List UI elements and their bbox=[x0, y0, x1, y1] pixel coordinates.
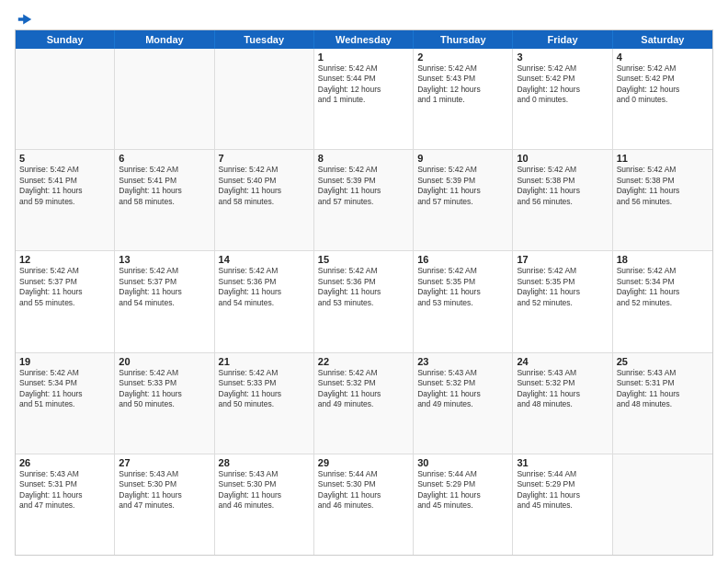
day-info: Sunrise: 5:42 AM Sunset: 5:34 PM Dayligh… bbox=[19, 368, 110, 410]
day-info: Sunrise: 5:43 AM Sunset: 5:30 PM Dayligh… bbox=[219, 469, 310, 511]
day-header-tuesday: Tuesday bbox=[215, 30, 314, 49]
day-cell-25: 25Sunrise: 5:43 AM Sunset: 5:31 PM Dayli… bbox=[613, 353, 712, 454]
day-number: 19 bbox=[19, 356, 110, 367]
logo bbox=[15, 11, 33, 24]
day-cell-11: 11Sunrise: 5:42 AM Sunset: 5:38 PM Dayli… bbox=[613, 150, 712, 250]
day-info: Sunrise: 5:42 AM Sunset: 5:41 PM Dayligh… bbox=[19, 165, 110, 207]
calendar-row-4: 19Sunrise: 5:42 AM Sunset: 5:34 PM Dayli… bbox=[16, 353, 712, 454]
day-cell-14: 14Sunrise: 5:42 AM Sunset: 5:36 PM Dayli… bbox=[215, 251, 314, 351]
day-header-sunday: Sunday bbox=[16, 30, 115, 49]
day-number: 30 bbox=[417, 457, 508, 468]
day-number: 2 bbox=[417, 52, 508, 63]
day-cell-23: 23Sunrise: 5:43 AM Sunset: 5:32 PM Dayli… bbox=[414, 353, 513, 454]
day-number: 21 bbox=[219, 356, 310, 367]
day-cell-31: 31Sunrise: 5:44 AM Sunset: 5:29 PM Dayli… bbox=[513, 454, 612, 555]
day-info: Sunrise: 5:42 AM Sunset: 5:34 PM Dayligh… bbox=[617, 266, 709, 308]
day-cell-10: 10Sunrise: 5:42 AM Sunset: 5:38 PM Dayli… bbox=[513, 150, 612, 250]
day-number: 4 bbox=[617, 52, 709, 63]
day-cell-21: 21Sunrise: 5:42 AM Sunset: 5:33 PM Dayli… bbox=[215, 353, 314, 454]
day-number: 16 bbox=[417, 254, 508, 265]
day-number: 15 bbox=[318, 254, 409, 265]
day-info: Sunrise: 5:42 AM Sunset: 5:35 PM Dayligh… bbox=[417, 266, 508, 308]
day-info: Sunrise: 5:42 AM Sunset: 5:33 PM Dayligh… bbox=[219, 368, 310, 410]
empty-cell bbox=[115, 49, 214, 149]
day-info: Sunrise: 5:42 AM Sunset: 5:40 PM Dayligh… bbox=[219, 165, 310, 207]
day-number: 31 bbox=[517, 457, 608, 468]
day-cell-13: 13Sunrise: 5:42 AM Sunset: 5:37 PM Dayli… bbox=[115, 251, 214, 351]
day-number: 22 bbox=[318, 356, 409, 367]
day-cell-7: 7Sunrise: 5:42 AM Sunset: 5:40 PM Daylig… bbox=[215, 150, 314, 250]
day-info: Sunrise: 5:42 AM Sunset: 5:44 PM Dayligh… bbox=[318, 63, 409, 106]
day-cell-26: 26Sunrise: 5:43 AM Sunset: 5:31 PM Dayli… bbox=[16, 454, 115, 555]
day-info: Sunrise: 5:44 AM Sunset: 5:29 PM Dayligh… bbox=[517, 469, 608, 511]
day-cell-8: 8Sunrise: 5:42 AM Sunset: 5:39 PM Daylig… bbox=[314, 150, 414, 250]
day-info: Sunrise: 5:42 AM Sunset: 5:32 PM Dayligh… bbox=[318, 368, 409, 410]
day-cell-9: 9Sunrise: 5:42 AM Sunset: 5:39 PM Daylig… bbox=[414, 150, 513, 250]
day-cell-1: 1Sunrise: 5:42 AM Sunset: 5:44 PM Daylig… bbox=[314, 49, 414, 149]
day-info: Sunrise: 5:43 AM Sunset: 5:31 PM Dayligh… bbox=[617, 368, 709, 410]
day-header-saturday: Saturday bbox=[613, 30, 712, 49]
day-header-thursday: Thursday bbox=[414, 30, 513, 49]
day-cell-17: 17Sunrise: 5:42 AM Sunset: 5:35 PM Dayli… bbox=[513, 251, 612, 351]
day-info: Sunrise: 5:44 AM Sunset: 5:30 PM Dayligh… bbox=[318, 469, 409, 511]
day-cell-20: 20Sunrise: 5:42 AM Sunset: 5:33 PM Dayli… bbox=[115, 353, 214, 454]
day-cell-18: 18Sunrise: 5:42 AM Sunset: 5:34 PM Dayli… bbox=[613, 251, 712, 351]
day-info: Sunrise: 5:42 AM Sunset: 5:43 PM Dayligh… bbox=[417, 63, 508, 106]
day-header-wednesday: Wednesday bbox=[314, 30, 414, 49]
day-info: Sunrise: 5:43 AM Sunset: 5:32 PM Dayligh… bbox=[517, 368, 608, 410]
day-number: 29 bbox=[318, 457, 409, 468]
day-info: Sunrise: 5:42 AM Sunset: 5:38 PM Dayligh… bbox=[517, 165, 608, 207]
day-cell-27: 27Sunrise: 5:43 AM Sunset: 5:30 PM Dayli… bbox=[115, 454, 214, 555]
day-number: 26 bbox=[19, 457, 110, 468]
day-cell-22: 22Sunrise: 5:42 AM Sunset: 5:32 PM Dayli… bbox=[314, 353, 414, 454]
day-number: 20 bbox=[119, 356, 210, 367]
day-cell-30: 30Sunrise: 5:44 AM Sunset: 5:29 PM Dayli… bbox=[414, 454, 513, 555]
day-number: 10 bbox=[517, 153, 608, 164]
day-info: Sunrise: 5:43 AM Sunset: 5:30 PM Dayligh… bbox=[119, 469, 210, 511]
day-info: Sunrise: 5:42 AM Sunset: 5:37 PM Dayligh… bbox=[19, 266, 110, 308]
day-cell-29: 29Sunrise: 5:44 AM Sunset: 5:30 PM Dayli… bbox=[314, 454, 414, 555]
svg-marker-0 bbox=[18, 15, 31, 25]
day-number: 9 bbox=[417, 153, 508, 164]
day-cell-12: 12Sunrise: 5:42 AM Sunset: 5:37 PM Dayli… bbox=[16, 251, 115, 351]
day-number: 14 bbox=[219, 254, 310, 265]
day-header-friday: Friday bbox=[513, 30, 612, 49]
header bbox=[15, 11, 713, 24]
day-cell-3: 3Sunrise: 5:42 AM Sunset: 5:42 PM Daylig… bbox=[513, 49, 612, 149]
day-number: 13 bbox=[119, 254, 210, 265]
day-info: Sunrise: 5:42 AM Sunset: 5:35 PM Dayligh… bbox=[517, 266, 608, 308]
day-number: 28 bbox=[219, 457, 310, 468]
calendar-body: 1Sunrise: 5:42 AM Sunset: 5:44 PM Daylig… bbox=[16, 49, 712, 555]
day-info: Sunrise: 5:44 AM Sunset: 5:29 PM Dayligh… bbox=[417, 469, 508, 511]
day-number: 5 bbox=[19, 153, 110, 164]
day-info: Sunrise: 5:42 AM Sunset: 5:33 PM Dayligh… bbox=[119, 368, 210, 410]
day-cell-5: 5Sunrise: 5:42 AM Sunset: 5:41 PM Daylig… bbox=[16, 150, 115, 250]
day-info: Sunrise: 5:42 AM Sunset: 5:39 PM Dayligh… bbox=[318, 165, 409, 207]
day-info: Sunrise: 5:42 AM Sunset: 5:38 PM Dayligh… bbox=[617, 165, 709, 207]
empty-cell bbox=[613, 454, 712, 555]
day-cell-19: 19Sunrise: 5:42 AM Sunset: 5:34 PM Dayli… bbox=[16, 353, 115, 454]
day-info: Sunrise: 5:42 AM Sunset: 5:41 PM Dayligh… bbox=[119, 165, 210, 207]
day-number: 18 bbox=[617, 254, 709, 265]
day-number: 12 bbox=[19, 254, 110, 265]
day-number: 27 bbox=[119, 457, 210, 468]
day-number: 7 bbox=[219, 153, 310, 164]
day-cell-28: 28Sunrise: 5:43 AM Sunset: 5:30 PM Dayli… bbox=[215, 454, 314, 555]
day-cell-4: 4Sunrise: 5:42 AM Sunset: 5:42 PM Daylig… bbox=[613, 49, 712, 149]
day-number: 24 bbox=[517, 356, 608, 367]
day-number: 6 bbox=[119, 153, 210, 164]
calendar-row-3: 12Sunrise: 5:42 AM Sunset: 5:37 PM Dayli… bbox=[16, 251, 712, 352]
page: SundayMondayTuesdayWednesdayThursdayFrid… bbox=[0, 0, 728, 563]
day-cell-24: 24Sunrise: 5:43 AM Sunset: 5:32 PM Dayli… bbox=[513, 353, 612, 454]
day-number: 11 bbox=[617, 153, 709, 164]
day-number: 23 bbox=[417, 356, 508, 367]
day-number: 3 bbox=[517, 52, 608, 63]
day-number: 17 bbox=[517, 254, 608, 265]
calendar: SundayMondayTuesdayWednesdayThursdayFrid… bbox=[15, 29, 713, 556]
day-number: 25 bbox=[617, 356, 709, 367]
day-info: Sunrise: 5:42 AM Sunset: 5:42 PM Dayligh… bbox=[517, 63, 608, 106]
calendar-row-5: 26Sunrise: 5:43 AM Sunset: 5:31 PM Dayli… bbox=[16, 454, 712, 555]
day-info: Sunrise: 5:42 AM Sunset: 5:36 PM Dayligh… bbox=[318, 266, 409, 308]
empty-cell bbox=[16, 49, 115, 149]
calendar-row-1: 1Sunrise: 5:42 AM Sunset: 5:44 PM Daylig… bbox=[16, 49, 712, 150]
